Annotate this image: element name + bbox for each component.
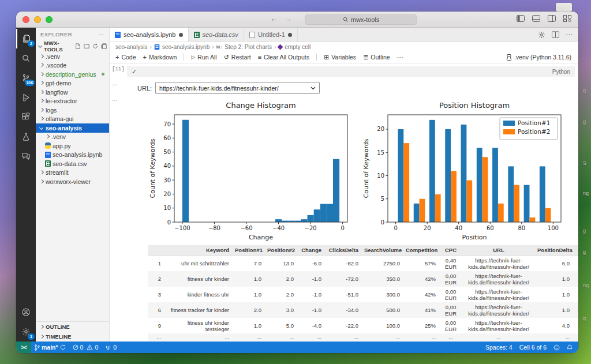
tree-item-langflow[interactable]: langflow bbox=[36, 88, 109, 97]
activity-search-icon[interactable] bbox=[16, 48, 36, 68]
minimize-window-button[interactable] bbox=[34, 16, 41, 23]
remote-indicator[interactable]: >< bbox=[16, 342, 31, 353]
new-file-icon[interactable] bbox=[75, 43, 81, 49]
tree-item-app-py[interactable]: app.py bbox=[36, 141, 109, 151]
sidebar-section-timeline[interactable]: TIMELINE bbox=[36, 332, 109, 342]
tree-item-seo-analysis[interactable]: seo-analysis bbox=[36, 123, 109, 133]
vscode-window: ← → mwx-tools 210K1 EXPLORER ⋯ MWX-TOOLS bbox=[16, 12, 578, 353]
run-icon: ▷ bbox=[191, 54, 195, 60]
notifications-bell-icon[interactable] bbox=[563, 342, 578, 353]
activity-extensions-icon[interactable] bbox=[16, 107, 36, 127]
activity-source-control-icon[interactable]: 10K bbox=[16, 68, 36, 88]
feedback-smiley-icon[interactable] bbox=[550, 342, 563, 353]
explorer-more-actions-icon[interactable]: ⋯ bbox=[99, 31, 104, 37]
tab-seo-analysis-ipynb[interactable]: seo-analysis.ipynb bbox=[110, 28, 189, 42]
tree-item-seo-analysis-ipynb[interactable]: seo-analysis.ipynb bbox=[36, 151, 109, 160]
split-editor-icon[interactable] bbox=[552, 31, 559, 38]
warnings-icon bbox=[87, 344, 93, 350]
sidebar-section-outline[interactable]: OUTLINE bbox=[36, 322, 109, 332]
tree-item--venv[interactable]: .venv bbox=[36, 52, 109, 61]
clear-outputs-icon: ≡ bbox=[258, 54, 261, 61]
activity-account-icon[interactable] bbox=[16, 302, 36, 322]
customize-layout-icon[interactable] bbox=[563, 15, 571, 22]
tree-item-worxworx-viewer[interactable]: worxworx-viewer bbox=[36, 177, 109, 186]
tree-item-streamlit[interactable]: streamlit bbox=[36, 168, 109, 178]
clear-all-outputs-button[interactable]: ≡Clear All Outputs bbox=[258, 54, 309, 61]
output-gutter-dots[interactable]: ⋯ bbox=[110, 82, 127, 94]
spaces-indicator[interactable]: Spaces: 4 bbox=[482, 342, 516, 353]
table-cell: 6.0 bbox=[534, 256, 573, 272]
breadcrumb-item[interactable]: Step 2: Plot charts bbox=[225, 44, 272, 50]
tab-seo-data-csv[interactable]: seo-data.csv bbox=[189, 28, 244, 42]
table-cell: 9 bbox=[148, 318, 164, 333]
activity-testing-icon[interactable] bbox=[16, 127, 36, 147]
tree-item-label: .venv bbox=[46, 53, 60, 60]
zoom-window-button[interactable] bbox=[46, 16, 53, 23]
toggle-panel-icon[interactable] bbox=[532, 15, 540, 22]
column-header: Position#1 bbox=[232, 245, 264, 256]
breadcrumb-item[interactable]: empty cell bbox=[285, 44, 311, 50]
badge: 1 bbox=[28, 333, 35, 340]
breadcrumb-item[interactable]: seo-analysis.ipynb bbox=[162, 44, 210, 50]
table-cell: ... bbox=[361, 333, 403, 341]
tree-item--vscode[interactable]: .vscode bbox=[36, 61, 109, 70]
url-dropdown[interactable]: https://technik-fuer-kids.de/fitnessuhr-… bbox=[155, 82, 320, 94]
search-icon bbox=[343, 17, 349, 22]
tree-item-description-genius[interactable]: description_genius bbox=[36, 70, 109, 79]
add-markdown-cell-button[interactable]: +Markdown bbox=[143, 54, 177, 61]
workspace-section-header[interactable]: MWX-TOOLS bbox=[36, 40, 109, 52]
tree-item-seo-data-csv[interactable]: seo-data.csv bbox=[36, 159, 109, 168]
toggle-primary-sidebar-icon[interactable] bbox=[517, 15, 525, 22]
refresh-icon[interactable] bbox=[92, 43, 98, 49]
modified-dot-icon[interactable] bbox=[288, 33, 292, 37]
run-all-button[interactable]: ▷Run All bbox=[191, 54, 216, 61]
outline-button[interactable]: ≣Outline bbox=[363, 54, 390, 61]
svg-text:50: 50 bbox=[163, 149, 171, 155]
variables-button[interactable]: ⊞Variables bbox=[324, 54, 356, 61]
kernel-picker[interactable]: .venv (Python 3.11.6) bbox=[506, 54, 571, 61]
cell-indicator[interactable]: Cell 6 of 6 bbox=[516, 342, 550, 353]
tree-item-gpt-demo[interactable]: gpt-demo bbox=[36, 79, 109, 88]
table-cell: ... bbox=[403, 333, 439, 341]
cell-language-label[interactable]: Python bbox=[552, 69, 570, 75]
toggle-secondary-sidebar-icon[interactable] bbox=[548, 15, 556, 22]
tree-item-ollama-gui[interactable]: ollama-gui bbox=[36, 115, 109, 124]
history-back-button[interactable]: ← bbox=[270, 14, 278, 23]
cell-status-bar[interactable]: ✓ Python bbox=[127, 66, 575, 77]
add-code-cell-button[interactable]: +Code bbox=[115, 54, 136, 61]
table-row: 1uhr mit schrittzähler7.013.0-6.0-82.027… bbox=[148, 256, 578, 272]
problems-status[interactable]: 0 0 bbox=[69, 342, 102, 353]
output-gutter-dots[interactable]: ⋯ bbox=[110, 97, 127, 341]
tree-item-logs[interactable]: logs bbox=[36, 106, 109, 115]
tree-item-lei-extractor[interactable]: lei-extractor bbox=[36, 97, 109, 106]
modified-dot-icon[interactable] bbox=[179, 33, 183, 37]
activity-chat-icon[interactable] bbox=[16, 147, 36, 166]
activity-run-debug-icon[interactable] bbox=[16, 88, 36, 107]
breadcrumb-item[interactable]: seo-analysis bbox=[115, 44, 148, 50]
collapse-folders-icon[interactable] bbox=[101, 43, 107, 49]
activity-explorer-icon[interactable]: 2 bbox=[16, 29, 36, 48]
tree-item-label: logs bbox=[46, 107, 57, 114]
table-cell: -1.0 bbox=[297, 271, 324, 287]
close-window-button[interactable] bbox=[23, 16, 29, 23]
history-forward-button[interactable]: → bbox=[285, 14, 292, 23]
errors-icon bbox=[73, 344, 78, 350]
tree-item-label: app.py bbox=[53, 142, 71, 149]
notebook-cell-area: [11] ✓ Python ⋯ URL: https://technik-fue… bbox=[110, 63, 578, 342]
activity-settings-icon[interactable]: 1 bbox=[16, 322, 36, 342]
table-row: 2fitness uhr kinder1.02.0-1.0-72.0350.04… bbox=[148, 271, 578, 287]
ports-status[interactable]: 0 bbox=[102, 342, 120, 353]
column-header: PositionDelta bbox=[534, 245, 573, 256]
tree-item--venv[interactable]: .venv bbox=[36, 133, 109, 142]
git-branch-status[interactable]: main* bbox=[31, 342, 69, 353]
toolbar-more-actions-icon[interactable]: ⋯ bbox=[397, 54, 403, 61]
svg-text:60: 60 bbox=[163, 135, 171, 141]
activity-bar: 210K1 bbox=[16, 28, 36, 342]
desktop-icon-label-fragment: g bbox=[583, 249, 586, 255]
new-folder-icon[interactable] bbox=[84, 43, 89, 49]
tab-untitled-1[interactable]: Untitled-1 bbox=[244, 28, 298, 42]
command-center-search[interactable]: mwx-tools bbox=[305, 14, 417, 25]
notebook-settings-gear-icon[interactable] bbox=[538, 31, 545, 39]
editor-more-actions-icon[interactable]: ⋯ bbox=[566, 31, 573, 39]
restart-kernel-button[interactable]: ↺Restart bbox=[224, 54, 251, 61]
